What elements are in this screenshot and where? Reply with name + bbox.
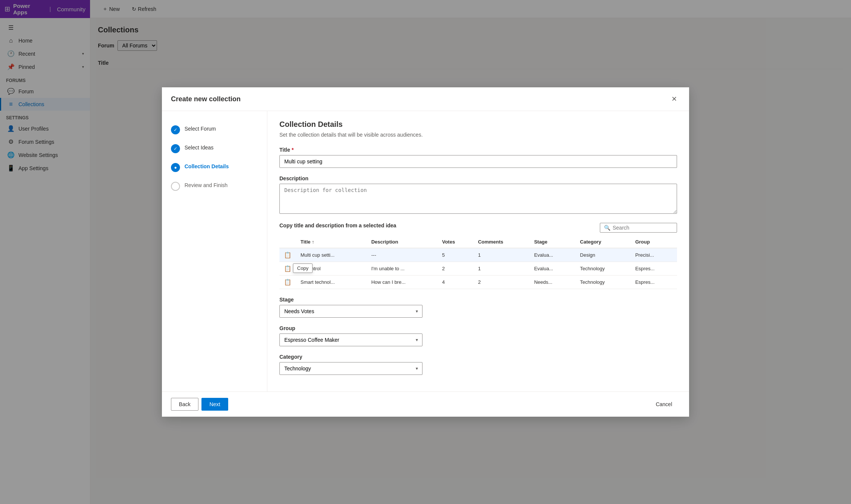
modal-body: ✓ Select Forum ✓ Select Ideas ● Collecti… (162, 111, 689, 391)
row-2-stage: Evalua... (529, 262, 575, 276)
group-select-wrapper: Espresso Coffee Maker Precision Brewer A… (279, 333, 422, 346)
row-1-category: Design (575, 248, 631, 262)
col-group-header: Group (631, 236, 677, 248)
step-3-label: Collection Details (185, 162, 229, 169)
title-required-star: * (292, 147, 294, 153)
step-select-forum: ✓ Select Forum (171, 120, 258, 139)
title-label-text: Title (279, 147, 290, 153)
step-collection-details: ● Collection Details (171, 158, 258, 177)
group-field: Group Espresso Coffee Maker Precision Br… (279, 325, 677, 346)
step-1-indicator: ✓ (171, 125, 180, 134)
wizard-steps: ✓ Select Forum ✓ Select Ideas ● Collecti… (162, 111, 267, 391)
table-row: 📋 Multi cup setti... --- 5 1 Evalua... D… (279, 248, 677, 262)
search-input[interactable] (613, 225, 673, 231)
step-3-indicator: ● (171, 163, 180, 172)
ideas-table-body: 📋 Multi cup setti... --- 5 1 Evalua... D… (279, 248, 677, 289)
category-select[interactable]: Technology Design Feature Request (279, 362, 422, 375)
step-2-label: Select Ideas (185, 143, 214, 151)
form-content: Collection Details Set the collection de… (267, 111, 689, 391)
search-box: 🔍 (600, 223, 677, 233)
title-field-label: Title * (279, 147, 677, 153)
col-description-header: Description (367, 236, 438, 248)
stage-field: Stage Needs Votes Under Review Evaluatin… (279, 297, 677, 318)
col-stage-header: Stage (529, 236, 575, 248)
row-3-copy-cell: 📋 (279, 276, 296, 289)
row-3-comments: 2 (473, 276, 529, 289)
copy-popup[interactable]: Copy (293, 263, 313, 273)
row-1-description: --- (367, 248, 438, 262)
step-1-label: Select Forum (185, 125, 216, 132)
modal-close-button[interactable]: ✕ (668, 93, 680, 105)
col-copy-header (279, 236, 296, 248)
step-4-label: Review and Finish (185, 181, 227, 188)
table-row: 📋 Smart technol... How can I bre... 4 2 … (279, 276, 677, 289)
stage-select[interactable]: Needs Votes Under Review Evaluating Comp… (279, 305, 422, 318)
description-field: Description (279, 175, 677, 215)
search-icon: 🔍 (604, 225, 610, 231)
footer-left-buttons: Back Next (171, 398, 228, 411)
row-1-comments: 1 (473, 248, 529, 262)
form-section-desc: Set the collection details that will be … (279, 132, 677, 138)
row-1-group: Precisi... (631, 248, 677, 262)
col-votes-header: Votes (438, 236, 473, 248)
row-3-copy-icon[interactable]: 📋 (284, 279, 291, 285)
copy-section: Copy title and description from a select… (279, 222, 677, 289)
stage-select-wrapper: Needs Votes Under Review Evaluating Comp… (279, 305, 422, 318)
modal-title: Create new collection (171, 95, 241, 103)
category-select-wrapper: Technology Design Feature Request ▾ (279, 362, 422, 375)
copy-tooltip: 📋 Copy (284, 265, 291, 272)
row-3-votes: 4 (438, 276, 473, 289)
step-review-finish: Review and Finish (171, 177, 258, 195)
description-label-text: Description (279, 175, 308, 181)
modal-footer: Back Next Cancel (162, 391, 689, 417)
copy-header-row: Copy title and description from a select… (279, 222, 677, 233)
row-2-comments: 1 (473, 262, 529, 276)
cancel-button[interactable]: Cancel (648, 398, 680, 411)
back-button[interactable]: Back (171, 398, 198, 411)
row-2-votes: 2 (438, 262, 473, 276)
modal-header: Create new collection ✕ (162, 87, 689, 111)
row-1-copy-cell: 📋 (279, 248, 296, 262)
next-button[interactable]: Next (201, 398, 228, 411)
copy-section-label: Copy title and description from a select… (279, 222, 396, 228)
row-2-copy-cell: 📋 Copy (279, 262, 296, 276)
row-2-description: I'm unable to ... (367, 262, 438, 276)
row-2-group: Espres... (631, 262, 677, 276)
row-2-category: Technology (575, 262, 631, 276)
row-1-votes: 5 (438, 248, 473, 262)
title-input[interactable] (279, 155, 677, 168)
description-textarea[interactable] (279, 184, 677, 214)
row-2-copy-icon[interactable]: 📋 (284, 265, 291, 272)
title-sort: Title ↑ (300, 239, 362, 245)
step-select-ideas: ✓ Select Ideas (171, 139, 258, 158)
row-3-category: Technology (575, 276, 631, 289)
modal-overlay: Create new collection ✕ ✓ Select Forum ✓… (0, 0, 851, 504)
row-3-description: How can I bre... (367, 276, 438, 289)
category-field: Category Technology Design Feature Reque… (279, 354, 677, 375)
step-2-indicator: ✓ (171, 144, 180, 153)
title-field: Title * (279, 147, 677, 168)
category-label: Category (279, 354, 677, 360)
table-row: 📋 Copy te control I'm unable to ... 2 1 … (279, 262, 677, 276)
group-label: Group (279, 325, 677, 331)
row-1-stage: Evalua... (529, 248, 575, 262)
row-3-title: Smart technol... (296, 276, 367, 289)
description-field-label: Description (279, 175, 677, 181)
form-section-title: Collection Details (279, 120, 677, 129)
row-1-title: Multi cup setti... (296, 248, 367, 262)
col-title-header[interactable]: Title ↑ (296, 236, 367, 248)
row-1-copy-icon[interactable]: 📋 (284, 252, 291, 258)
ideas-table-header: Title ↑ Description Votes Comments Stage… (279, 236, 677, 248)
ideas-table: Title ↑ Description Votes Comments Stage… (279, 236, 677, 289)
col-comments-header: Comments (473, 236, 529, 248)
step-4-indicator (171, 182, 180, 191)
stage-label: Stage (279, 297, 677, 303)
col-category-header: Category (575, 236, 631, 248)
row-3-group: Espres... (631, 276, 677, 289)
create-collection-modal: Create new collection ✕ ✓ Select Forum ✓… (162, 87, 689, 417)
row-3-stage: Needs... (529, 276, 575, 289)
footer-right-buttons: Cancel (648, 398, 680, 411)
group-select[interactable]: Espresso Coffee Maker Precision Brewer A… (279, 333, 422, 346)
